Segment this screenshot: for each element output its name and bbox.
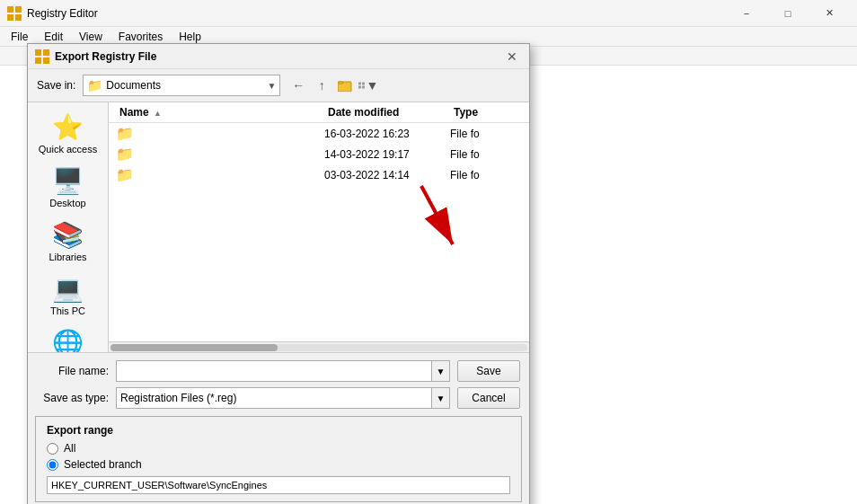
sidebar-item-network[interactable]: 🌐 Network (32, 325, 104, 352)
cancel-button[interactable]: Cancel (457, 387, 520, 409)
radio-all-label: All (64, 442, 75, 455)
dialog-title: Export Registry File (55, 50, 497, 63)
svg-rect-11 (362, 83, 365, 85)
folder-icon-1: 📁 (116, 146, 134, 163)
dialog-sidebar: ⭐ Quick access 🖥️ Desktop 📚 Libraries 💻 … (28, 102, 109, 352)
libraries-icon: 📚 (52, 223, 84, 248)
scroll-thumb[interactable] (110, 344, 278, 351)
save-button[interactable]: Save (457, 360, 520, 382)
back-button[interactable]: ← (287, 75, 309, 96)
file-name-input[interactable] (117, 361, 431, 381)
quick-access-icon: ⭐ (52, 115, 84, 140)
svg-rect-1 (15, 6, 22, 13)
registry-title: Registry Editor (27, 7, 720, 20)
save-in-combo[interactable]: 📁 Documents ▼ (83, 75, 280, 96)
svg-rect-13 (362, 86, 365, 89)
export-dialog: Export Registry File ✕ Save in: 📁 Docume… (27, 43, 530, 504)
menu-view[interactable]: View (72, 29, 110, 45)
save-in-label: Save in: (37, 79, 75, 92)
menu-edit[interactable]: Edit (37, 29, 70, 45)
menu-help[interactable]: Help (172, 29, 208, 45)
save-in-value: Documents (106, 79, 263, 92)
scroll-track[interactable] (110, 344, 527, 351)
view-options-button[interactable]: ▼ (358, 75, 379, 96)
svg-rect-12 (358, 86, 361, 89)
svg-rect-3 (15, 14, 22, 21)
file-type-0: File fo (450, 128, 522, 140)
regedit-icon (7, 6, 22, 21)
radio-all-row: All (47, 442, 510, 455)
branch-value-input[interactable] (47, 476, 510, 494)
file-row-2[interactable]: 📁 03-03-2022 14:14 File fo (109, 164, 529, 185)
sidebar-item-quick-access[interactable]: ⭐ Quick access (32, 110, 104, 160)
file-row-0[interactable]: 📁 16-03-2022 16:23 File fo (109, 123, 529, 144)
menu-file[interactable]: File (4, 29, 35, 45)
minimize-button[interactable]: − (726, 0, 767, 27)
menu-favorites[interactable]: Favorites (111, 29, 170, 45)
svg-rect-9 (338, 82, 343, 84)
col-header-name[interactable]: Name ▲ (116, 105, 324, 119)
nav-buttons: ← ↑ ▼ (287, 75, 379, 96)
up-button[interactable]: ↑ (311, 75, 332, 96)
save-as-type-label: Save as type: (37, 392, 109, 404)
dialog-icon (35, 49, 49, 64)
dialog-toolbar: Save in: 📁 Documents ▼ ← ↑ (28, 69, 529, 102)
col-header-date[interactable]: Date modified (324, 105, 450, 119)
sidebar-label-desktop: Desktop (49, 198, 85, 208)
file-name-dropdown-btn[interactable]: ▼ (431, 361, 449, 381)
sidebar-item-this-pc[interactable]: 💻 This PC (32, 271, 104, 322)
network-icon: 🌐 (52, 331, 84, 352)
file-name-row: File name: ▼ Save (37, 360, 520, 382)
file-name-input-wrapper[interactable]: ▼ (116, 360, 450, 382)
file-date-2: 03-03-2022 14:14 (324, 169, 450, 181)
registry-titlebar: Registry Editor − □ ✕ (0, 0, 857, 27)
svg-rect-6 (35, 57, 41, 64)
radio-all[interactable] (47, 443, 58, 455)
red-arrow-annotation (403, 177, 475, 270)
svg-line-15 (421, 186, 453, 244)
svg-rect-4 (35, 49, 41, 56)
file-type-2: File fo (450, 169, 522, 181)
save-as-type-dropdown-btn[interactable]: ▼ (431, 388, 449, 408)
radio-selected-branch[interactable] (47, 459, 58, 471)
new-folder-icon (338, 79, 352, 92)
sidebar-label-this-pc: This PC (50, 305, 85, 316)
save-as-type-row: Save as type: ▼ Cancel (37, 387, 520, 409)
sidebar-item-desktop[interactable]: 🖥️ Desktop (32, 164, 104, 214)
file-name-label: File name: (37, 365, 109, 377)
file-date-0: 16-03-2022 16:23 (324, 128, 450, 140)
create-folder-button[interactable] (334, 75, 356, 96)
svg-rect-7 (43, 57, 49, 64)
sidebar-label-libraries: Libraries (49, 252, 86, 262)
file-type-1: File fo (450, 148, 522, 161)
sidebar-label-quick-access: Quick access (39, 144, 97, 155)
folder-icon-0: 📁 (116, 125, 134, 142)
maximize-button[interactable]: □ (767, 0, 808, 27)
save-as-type-wrapper[interactable]: ▼ (116, 387, 450, 409)
filelist-header: Name ▲ Date modified Type (109, 102, 529, 123)
save-as-type-input[interactable] (117, 388, 431, 408)
svg-rect-2 (7, 14, 13, 21)
dialog-filelist: Name ▲ Date modified Type 📁 16-03-2022 1… (109, 102, 529, 352)
titlebar-buttons: − □ ✕ (726, 0, 850, 27)
horizontal-scrollbar[interactable] (109, 341, 529, 352)
radio-selected-label: Selected branch (64, 458, 142, 471)
dialog-titlebar: Export Registry File ✕ (28, 44, 529, 69)
file-date-1: 14-03-2022 19:17 (324, 148, 450, 161)
view-icon (358, 80, 366, 91)
col-header-type[interactable]: Type (450, 105, 522, 119)
export-range-title: Export range (47, 424, 510, 437)
svg-rect-5 (43, 49, 49, 56)
radio-selected-row: Selected branch (47, 458, 510, 471)
dialog-main: ⭐ Quick access 🖥️ Desktop 📚 Libraries 💻 … (28, 102, 529, 353)
folder-icon-2: 📁 (116, 166, 134, 183)
sort-arrow: ▲ (154, 109, 162, 118)
close-button[interactable]: ✕ (808, 0, 850, 27)
dialog-close-button[interactable]: ✕ (502, 47, 522, 66)
dialog-bottom-controls: File name: ▼ Save Save as type: ▼ Cancel (28, 353, 529, 416)
combo-dropdown-arrow: ▼ (267, 81, 276, 91)
filelist-body: 📁 16-03-2022 16:23 File fo 📁 14-03-2022 … (109, 123, 529, 341)
svg-rect-0 (7, 6, 13, 13)
sidebar-item-libraries[interactable]: 📚 Libraries (32, 217, 104, 268)
file-row-1[interactable]: 📁 14-03-2022 19:17 File fo (109, 144, 529, 164)
